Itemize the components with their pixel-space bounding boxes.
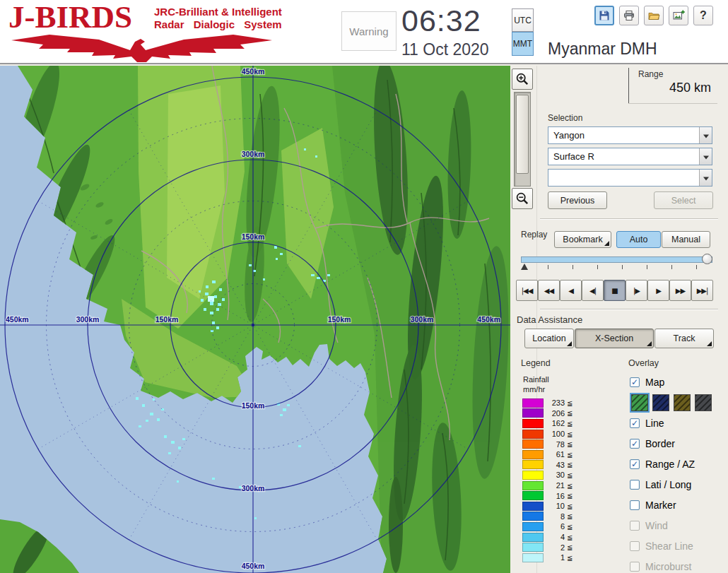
legend-value: 43 xyxy=(545,461,565,469)
zoom-in-icon xyxy=(515,72,529,86)
legend-unit-line2: mm/hr xyxy=(523,385,545,394)
eagle-logo-icon xyxy=(6,33,278,62)
replay-auto-button[interactable]: Auto xyxy=(616,231,661,248)
timezone-utc-button[interactable]: UTC xyxy=(512,8,534,32)
clock-time: 06:32 xyxy=(401,4,481,38)
checkbox-icon[interactable] xyxy=(630,541,640,551)
option-dropdown[interactable] xyxy=(548,169,712,187)
ring-distance-label: 300km xyxy=(242,484,265,492)
legend-operator: ≦ xyxy=(567,554,573,562)
help-button[interactable]: ? xyxy=(693,6,713,25)
overlay-item-label: Wind xyxy=(645,520,668,531)
playback-stop-button[interactable]: ■ xyxy=(604,280,626,301)
map-style-swatch[interactable] xyxy=(674,394,691,411)
warning-label: Warning xyxy=(349,25,388,37)
chevron-down-icon[interactable] xyxy=(699,148,712,165)
bookmark-button[interactable]: Bookmark xyxy=(554,231,611,248)
overlay-item-marker[interactable]: Marker xyxy=(630,495,726,515)
option-dropdown-value xyxy=(548,170,699,186)
overlay-item-shear-line[interactable]: Shear Line xyxy=(630,536,726,556)
overlay-item-label: Border xyxy=(645,438,675,449)
data-assistance-label: Data Assistance xyxy=(517,314,582,325)
legend-operator: ≦ xyxy=(567,482,573,490)
chevron-down-icon[interactable] xyxy=(699,127,712,143)
add-image-button[interactable] xyxy=(669,6,688,25)
legend-value: 4 xyxy=(545,533,565,541)
previous-button[interactable]: Previous xyxy=(548,191,607,209)
legend-color-swatch xyxy=(522,491,544,500)
zoom-out-button[interactable] xyxy=(512,188,533,209)
legend-row: 162≦ xyxy=(522,418,586,429)
rainfall-legend: 233≦206≦162≦100≦78≦61≦43≦30≦21≦16≦10≦8≦6… xyxy=(522,398,586,563)
legend-value: 16 xyxy=(545,492,565,500)
checkbox-icon[interactable] xyxy=(630,521,640,531)
overlay-item-label: Lati / Long xyxy=(645,479,691,490)
playback-fast-rewind-button[interactable]: ◀◀ xyxy=(538,280,560,301)
select-button[interactable]: Select xyxy=(654,191,713,209)
x-section-button[interactable]: X-Section xyxy=(575,329,654,348)
zoom-in-button[interactable] xyxy=(512,69,533,90)
legend-row: 8≦ xyxy=(522,512,586,522)
playback-skip-end-button[interactable]: ▶▶| xyxy=(691,280,713,301)
legend-label: Legend xyxy=(521,358,551,368)
logo-subtitle-line1: JRC-Brilliant & Intelligent xyxy=(154,6,282,18)
zoom-slider-thumb[interactable] xyxy=(516,95,529,174)
save-button[interactable] xyxy=(594,6,614,25)
range-underline xyxy=(628,103,717,104)
location-button[interactable]: Location xyxy=(524,329,574,348)
playback-step-forward-button[interactable]: |▶ xyxy=(626,280,647,301)
selection-label: Selection xyxy=(548,113,582,123)
legend-value: 6 xyxy=(545,522,565,531)
overlay-item-border[interactable]: Border xyxy=(630,433,726,454)
legend-operator: ≦ xyxy=(567,399,573,407)
checkbox-icon[interactable] xyxy=(630,500,640,510)
legend-row: 16≦ xyxy=(522,490,586,501)
overlay-item-map[interactable]: Map xyxy=(630,372,726,392)
zoom-slider-track[interactable] xyxy=(514,92,531,187)
overlay-item-label: Microburst xyxy=(645,561,691,572)
map-style-swatch[interactable] xyxy=(631,394,648,411)
replay-manual-button[interactable]: Manual xyxy=(662,231,710,248)
legend-value: 30 xyxy=(545,471,565,479)
playback-fast-forward-button[interactable]: ▶▶ xyxy=(669,280,691,301)
legend-color-swatch xyxy=(522,430,544,439)
slider-track[interactable] xyxy=(521,256,712,263)
overlay-item-range-az[interactable]: Range / AZ xyxy=(630,454,726,474)
replay-slider[interactable] xyxy=(521,253,712,273)
playback-play-button[interactable]: ▶ xyxy=(647,280,669,301)
overlay-item-wind[interactable]: Wind xyxy=(630,515,726,536)
checkbox-icon[interactable] xyxy=(630,459,640,469)
checkbox-icon[interactable] xyxy=(630,562,640,572)
site-dropdown[interactable]: Yangon xyxy=(548,126,712,144)
legend-operator: ≦ xyxy=(567,523,573,531)
slider-handle[interactable] xyxy=(702,254,712,264)
print-button[interactable] xyxy=(619,6,639,25)
chevron-down-icon[interactable] xyxy=(699,170,712,186)
checkbox-icon[interactable] xyxy=(630,480,640,490)
overlay-item-label: Range / AZ xyxy=(645,459,695,470)
save-icon xyxy=(598,9,611,22)
map-style-swatch[interactable] xyxy=(652,394,669,411)
playback-play-reverse-button[interactable]: ◀ xyxy=(560,280,582,301)
product-dropdown[interactable]: Surface R xyxy=(548,148,712,165)
checkbox-icon[interactable] xyxy=(630,439,640,449)
ring-distance-label: 150km xyxy=(155,315,179,324)
logo-subtitle-line2: Radar Dialogic System xyxy=(154,19,282,31)
checkbox-icon[interactable] xyxy=(630,377,640,387)
timezone-mmt-button[interactable]: MMT xyxy=(512,32,534,56)
overlay-item-lati-long[interactable]: Lati / Long xyxy=(630,474,726,495)
overlay-item-line[interactable]: Line xyxy=(630,413,726,433)
legend-color-swatch xyxy=(522,481,544,490)
radar-map[interactable]: 450km300km150km150km300km450km450km300km… xyxy=(0,66,510,573)
separator xyxy=(540,309,718,310)
open-folder-button[interactable] xyxy=(644,6,664,25)
track-button[interactable]: Track xyxy=(654,329,714,348)
ring-distance-label: 450km xyxy=(242,562,265,570)
legend-color-swatch xyxy=(522,471,544,480)
ring-distance-label: 150km xyxy=(242,401,265,410)
playback-step-back-button[interactable]: ◀| xyxy=(582,280,604,301)
map-style-swatch[interactable] xyxy=(695,394,712,411)
playback-skip-start-button[interactable]: |◀◀ xyxy=(516,280,538,301)
overlay-item-microburst[interactable]: Microburst xyxy=(630,556,726,573)
checkbox-icon[interactable] xyxy=(630,418,640,428)
